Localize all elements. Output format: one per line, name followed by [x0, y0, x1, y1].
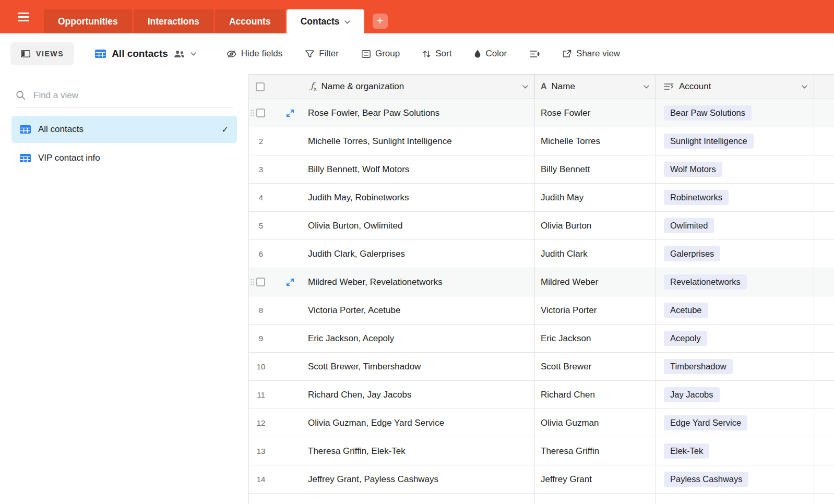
filter-button[interactable]: Filter — [305, 49, 339, 59]
cell-name-organization[interactable]: Mildred Weber, Revelationetworks — [308, 268, 535, 296]
cell-name[interactable]: Billy Bennett — [535, 155, 656, 183]
cell-account[interactable]: Elek-Tek — [656, 437, 814, 465]
cell-name[interactable]: Eric Jackson — [535, 325, 656, 352]
drag-handle-icon[interactable] — [250, 109, 255, 117]
cell-name-organization[interactable]: Scott Brewer, Timbershadow — [308, 353, 535, 380]
account-badge[interactable]: Sunlight Intelligence — [664, 134, 754, 149]
cell-name-organization[interactable]: Theresa Griffin, Elek-Tek — [308, 437, 535, 465]
tab-contacts[interactable]: Contacts — [287, 9, 364, 33]
hamburger-menu-icon[interactable] — [18, 13, 30, 23]
cell-name-organization[interactable]: Judith May, Robinetworks — [308, 184, 535, 211]
cell-account[interactable]: Robinetworks — [656, 184, 814, 211]
account-badge[interactable]: Jay Jacobs — [664, 387, 720, 402]
account-badge[interactable]: Timbershadow — [664, 359, 733, 374]
table-row[interactable]: Rose Fowler, Bear Paw SolutionsRose Fowl… — [249, 99, 834, 127]
cell-name[interactable]: Olivia Burton — [535, 212, 656, 239]
cell-name[interactable]: Theresa Griffin — [535, 437, 656, 465]
table-row[interactable]: 4Judith May, RobinetworksJudith MayRobin… — [249, 184, 834, 212]
cell-account[interactable]: Sunlight Intelligence — [656, 127, 814, 155]
table-row[interactable]: 12Olivia Guzman, Edge Yard ServiceOlivia… — [249, 409, 834, 437]
chevron-down-icon[interactable] — [522, 85, 528, 89]
views-button[interactable]: VIEWS — [10, 42, 74, 65]
cell-account[interactable]: Timbershadow — [656, 353, 814, 380]
cell-name[interactable]: Judith Clark — [535, 240, 656, 268]
sidebar-view-vip-contact-info[interactable]: VIP contact info — [11, 145, 237, 172]
cell-name[interactable]: Rose Fowler — [535, 99, 656, 127]
chevron-down-icon[interactable] — [644, 85, 649, 89]
cell-account[interactable]: Acetube — [656, 296, 814, 324]
cell-name[interactable]: Mildred Weber — [535, 268, 656, 296]
add-table-button[interactable]: + — [373, 14, 388, 29]
cell-name-organization[interactable]: Billy Bennett, Wolf Motors — [308, 155, 535, 183]
account-badge[interactable]: Payless Cashways — [664, 472, 748, 487]
sidebar-view-all-contacts[interactable]: All contacts✓ — [11, 116, 237, 143]
cell-name-organization[interactable]: Michelle Torres, Sunlight Intelligence — [308, 127, 535, 155]
group-button[interactable]: Group — [362, 49, 400, 59]
account-badge[interactable]: Revelationetworks — [664, 274, 747, 290]
view-switcher[interactable]: All contacts — [95, 48, 196, 59]
account-badge[interactable]: Bear Paw Solutions — [664, 105, 752, 121]
table-row[interactable]: 10Scott Brewer, TimbershadowScott Brewer… — [249, 353, 834, 381]
account-badge[interactable]: Wolf Motors — [664, 162, 722, 177]
table-row[interactable]: 9Eric Jackson, AcepolyEric JacksonAcepol… — [249, 325, 834, 353]
table-row[interactable]: 14Jeffrey Grant, Payless CashwaysJeffrey… — [249, 465, 834, 494]
cell-account[interactable]: Owlimited — [656, 212, 814, 239]
cell-account[interactable]: Revelationetworks — [656, 268, 814, 296]
select-all-checkbox[interactable] — [256, 82, 265, 91]
cell-account[interactable]: Acepoly — [656, 325, 814, 352]
cell-account[interactable]: Jay Jacobs — [656, 381, 814, 409]
expand-record-icon[interactable] — [286, 109, 294, 117]
column-header-name[interactable]: A Name — [535, 75, 656, 99]
account-badge[interactable]: Robinetworks — [664, 190, 729, 205]
sort-button[interactable]: Sort — [423, 49, 451, 59]
cell-name-organization[interactable]: Olivia Burton, Owlimited — [308, 212, 535, 239]
table-row[interactable]: 8Victoria Porter, AcetubeVictoria Porter… — [249, 296, 834, 325]
cell-name-organization[interactable]: Judith Clark, Galerprises — [308, 240, 535, 268]
row-checkbox[interactable] — [256, 109, 265, 117]
cell-account[interactable]: Payless Cashways — [656, 465, 814, 493]
cell-name-organization[interactable]: Jeffrey Grant, Payless Cashways — [308, 465, 535, 493]
expand-record-icon[interactable] — [286, 278, 294, 286]
find-view-input[interactable] — [33, 90, 233, 101]
table-row[interactable]: 13Theresa Griffin, Elek-TekTheresa Griff… — [249, 437, 834, 465]
table-row[interactable]: 6Judith Clark, GalerprisesJudith ClarkGa… — [249, 240, 834, 268]
chevron-down-icon[interactable] — [344, 20, 350, 24]
cell-name[interactable]: Judith May — [535, 184, 656, 211]
tab-opportunities[interactable]: Opportunities — [44, 9, 132, 33]
cell-account[interactable]: Galerprises — [656, 240, 814, 268]
cell-name[interactable]: Victoria Porter — [535, 296, 656, 324]
table-row[interactable]: Mildred Weber, RevelationetworksMildred … — [249, 268, 834, 296]
share-view-button[interactable]: Share view — [563, 49, 620, 59]
row-checkbox[interactable] — [256, 278, 265, 286]
chevron-down-icon[interactable] — [802, 85, 807, 89]
account-badge[interactable]: Owlimited — [664, 218, 714, 233]
cell-name-organization[interactable]: Richard Chen, Jay Jacobs — [308, 381, 535, 409]
account-badge[interactable]: Acetube — [664, 303, 708, 318]
cell-account[interactable]: Bear Paw Solutions — [656, 99, 814, 127]
table-row[interactable]: 2Michelle Torres, Sunlight IntelligenceM… — [249, 127, 834, 155]
cell-name-organization[interactable]: Victoria Porter, Acetube — [308, 296, 535, 324]
cell-name-organization[interactable]: Olivia Guzman, Edge Yard Service — [308, 409, 535, 437]
cell-account[interactable]: Wolf Motors — [656, 155, 814, 183]
table-row[interactable]: 5Olivia Burton, OwlimitedOlivia BurtonOw… — [249, 212, 834, 240]
account-badge[interactable]: Acepoly — [664, 331, 707, 346]
tab-interactions[interactable]: Interactions — [134, 9, 213, 33]
cell-name-organization[interactable]: Eric Jackson, Acepoly — [308, 325, 535, 352]
find-view-search[interactable] — [16, 83, 233, 107]
row-height-button[interactable] — [530, 50, 540, 58]
hide-fields-button[interactable]: Hide fields — [227, 49, 282, 59]
cell-name[interactable]: Michelle Torres — [535, 127, 656, 155]
cell-name-organization[interactable]: Rose Fowler, Bear Paw Solutions — [308, 99, 535, 127]
drag-handle-icon[interactable] — [250, 278, 255, 286]
table-row[interactable]: 11Richard Chen, Jay JacobsRichard ChenJa… — [249, 381, 834, 409]
account-badge[interactable]: Edge Yard Service — [664, 415, 747, 430]
column-header-account[interactable]: Account — [656, 75, 814, 99]
cell-name[interactable]: Richard Chen — [535, 381, 656, 409]
tab-accounts[interactable]: Accounts — [215, 9, 285, 33]
account-badge[interactable]: Elek-Tek — [664, 443, 709, 459]
cell-name[interactable]: Scott Brewer — [535, 353, 656, 380]
color-button[interactable]: Color — [474, 49, 507, 59]
column-header-name-organization[interactable]: ƒx Name & organization — [249, 75, 535, 99]
cell-account[interactable]: Edge Yard Service — [656, 409, 814, 437]
cell-name[interactable]: Olivia Guzman — [535, 409, 656, 437]
